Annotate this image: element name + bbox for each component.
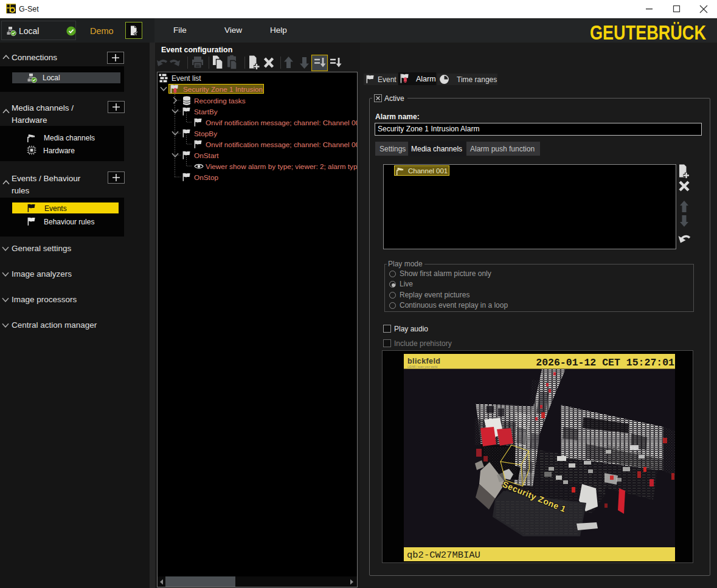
svg-text:blickfeld: blickfeld [407,357,440,365]
svg-text:2026-01-12 CET 15:27:01: 2026-01-12 CET 15:27:01 [536,357,674,368]
svg-text:qb2-CW27MBIAU: qb2-CW27MBIAU [407,550,480,561]
svg-text:LiDAR / scan your world: LiDAR / scan your world [407,365,438,368]
